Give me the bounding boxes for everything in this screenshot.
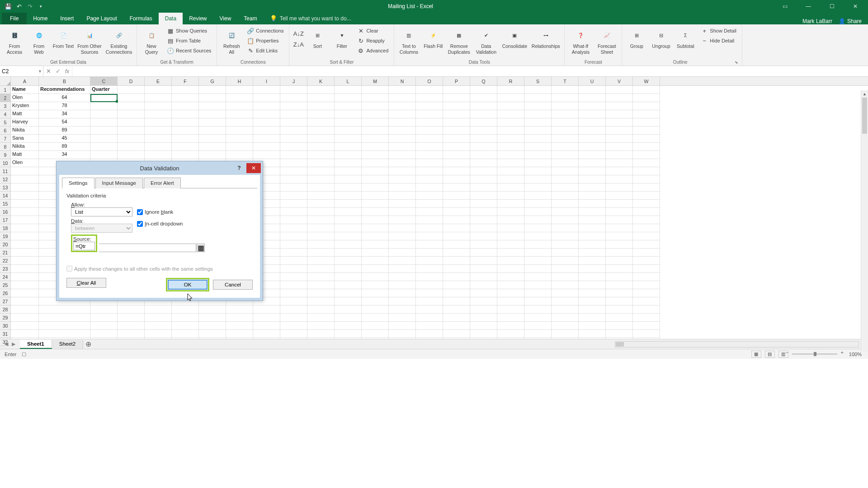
row-header[interactable]: 8 (0, 143, 10, 151)
cell[interactable] (389, 135, 416, 143)
cell[interactable] (497, 135, 524, 143)
cell[interactable] (90, 135, 118, 143)
cell[interactable] (524, 94, 552, 102)
cell[interactable] (145, 143, 172, 151)
column-header[interactable]: L (335, 77, 362, 85)
cell[interactable] (90, 118, 118, 127)
reapply-button[interactable]: ↻Reapply (355, 36, 390, 45)
tab-view[interactable]: View (213, 13, 238, 24)
tell-me-search[interactable]: 💡 Tell me what you want to do... (264, 12, 358, 24)
dialog-launcher-icon[interactable]: ⬊ (735, 60, 738, 65)
cell[interactable] (253, 135, 280, 143)
cell[interactable] (90, 94, 118, 102)
allow-select[interactable]: List (71, 207, 132, 216)
name-box-dropdown-icon[interactable]: ▼ (38, 69, 42, 74)
scroll-thumb[interactable] (862, 98, 867, 134)
cell[interactable] (118, 94, 145, 102)
cell[interactable] (90, 127, 118, 135)
clear-button[interactable]: ✕Clear (355, 26, 390, 35)
cell[interactable] (606, 127, 633, 135)
cell[interactable] (118, 118, 145, 127)
cell[interactable]: 89 (39, 127, 90, 135)
cell[interactable] (307, 127, 335, 135)
tab-team[interactable]: Team (237, 13, 263, 24)
save-icon[interactable]: 💾 (4, 2, 13, 11)
sheet-nav-next-icon[interactable]: ▶ (12, 341, 15, 347)
cell[interactable] (552, 127, 579, 135)
row-header[interactable]: 27 (0, 297, 10, 305)
cancel-button[interactable]: Cancel (213, 280, 253, 290)
cell[interactable] (118, 110, 145, 118)
tab-review[interactable]: Review (183, 13, 213, 24)
cell[interactable] (443, 151, 470, 159)
cell[interactable] (470, 110, 497, 118)
cell[interactable] (416, 118, 443, 127)
cell[interactable] (389, 151, 416, 159)
cell[interactable] (280, 110, 307, 118)
cell[interactable] (226, 94, 253, 102)
column-header[interactable]: N (389, 77, 416, 85)
cell[interactable] (280, 127, 307, 135)
cell[interactable] (443, 143, 470, 151)
row-header[interactable]: 5 (0, 118, 10, 127)
connections-button[interactable]: 🔗Connections (245, 26, 285, 35)
cell[interactable] (443, 102, 470, 110)
row-header[interactable]: 25 (0, 281, 10, 289)
cell[interactable] (172, 135, 199, 143)
row-header[interactable]: 11 (0, 167, 10, 175)
qat-customize-icon[interactable]: ▾ (36, 2, 45, 11)
cell[interactable] (90, 102, 118, 110)
cell[interactable] (524, 159, 552, 167)
cell[interactable] (497, 159, 524, 167)
cell[interactable] (633, 102, 660, 110)
cell[interactable]: Nikita (11, 143, 39, 151)
cell[interactable] (470, 127, 497, 135)
row-header[interactable]: 14 (0, 192, 10, 200)
from-other-button[interactable]: 📊From Other Sources (77, 26, 102, 55)
edit-links-button[interactable]: ✎Edit Links (245, 46, 285, 55)
cell[interactable] (606, 94, 633, 102)
cell[interactable] (579, 110, 606, 118)
row-header[interactable]: 26 (0, 289, 10, 297)
cell[interactable] (470, 143, 497, 151)
row-header[interactable]: 2 (0, 94, 10, 102)
cell[interactable] (416, 110, 443, 118)
cell[interactable] (552, 102, 579, 110)
from-web-button[interactable]: 🌐From Web (28, 26, 50, 55)
cell[interactable] (280, 94, 307, 102)
cell[interactable] (118, 102, 145, 110)
fx-icon[interactable]: fx (65, 68, 69, 75)
cell[interactable]: Quarter (90, 86, 118, 94)
column-header[interactable]: B (39, 77, 90, 85)
row-header[interactable]: 13 (0, 183, 10, 192)
cell[interactable] (579, 94, 606, 102)
cell[interactable] (389, 127, 416, 135)
column-header[interactable]: K (307, 77, 335, 85)
cell[interactable] (362, 118, 389, 127)
cell[interactable] (552, 135, 579, 143)
cell[interactable] (579, 118, 606, 127)
cell[interactable] (172, 127, 199, 135)
cell[interactable]: Sana (11, 135, 39, 143)
cell[interactable] (552, 151, 579, 159)
horizontal-scrollbar[interactable] (615, 341, 859, 347)
row-header[interactable]: 31 (0, 330, 10, 338)
cell[interactable] (606, 102, 633, 110)
zoom-slider[interactable] (792, 353, 837, 355)
relationships-button[interactable]: ⊶Relationships (531, 26, 561, 49)
cell[interactable] (497, 102, 524, 110)
dialog-tab-error-alert[interactable]: Error Alert (144, 178, 181, 188)
cell[interactable]: 89 (39, 143, 90, 151)
cell[interactable] (280, 159, 307, 167)
cell[interactable]: Nikita (11, 127, 39, 135)
cell[interactable] (443, 127, 470, 135)
cell[interactable] (470, 94, 497, 102)
minimize-icon[interactable]: — (799, 0, 817, 13)
row-header[interactable]: 18 (0, 224, 10, 232)
cell[interactable] (579, 135, 606, 143)
cell[interactable] (335, 102, 362, 110)
cell[interactable] (362, 135, 389, 143)
cell[interactable] (497, 110, 524, 118)
ignore-blank-checkbox[interactable]: Ignore blank (137, 209, 173, 215)
cell[interactable] (335, 110, 362, 118)
